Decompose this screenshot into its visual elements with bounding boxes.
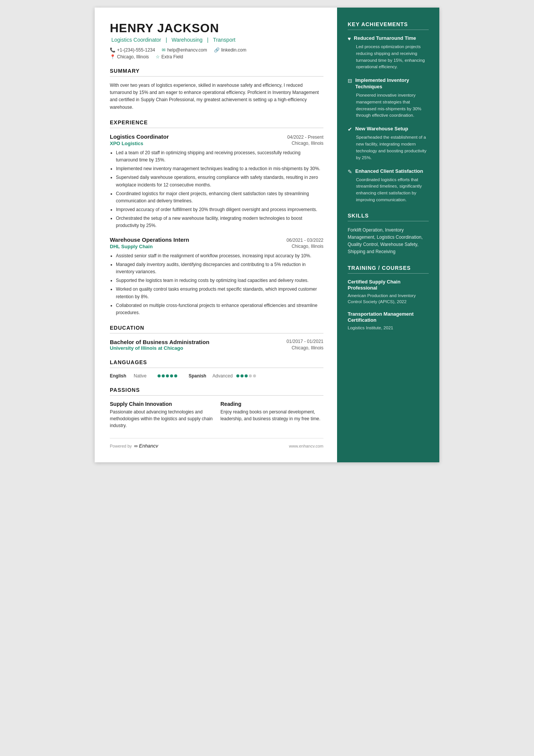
lang-level-spanish: Advanced	[212, 373, 233, 379]
job-1-header: Logistics Coordinator 04/2022 - Present	[110, 133, 323, 140]
dot	[174, 374, 177, 377]
job-2-subrow: DHL Supply Chain Chicago, Illinois	[110, 244, 323, 249]
bullet-item: Managed daily inventory audits, identify…	[116, 261, 323, 275]
summary-section: SUMMARY With over two years of logistics…	[110, 68, 323, 111]
job-1: Logistics Coordinator 04/2022 - Present …	[110, 133, 323, 230]
languages-section: LANGUAGES English Native Spanish Advanc	[110, 359, 323, 379]
experience-title: EXPERIENCE	[110, 119, 323, 128]
passion-2-text: Enjoy reading books on personal developm…	[220, 409, 323, 422]
passion-2: Reading Enjoy reading books on personal …	[220, 401, 323, 429]
linkedin-contact: 🔗 linkedin.com	[214, 47, 247, 53]
bullet-item: Supported the logistics team in reducing…	[116, 277, 323, 284]
achievement-4-header: ✎ Enhanced Client Satisfaction	[348, 168, 429, 175]
passion-1-text: Passionate about advancing technologies …	[110, 409, 213, 429]
achievements-title: KEY ACHIEVEMENTS	[348, 21, 429, 30]
achievement-1: ♥ Reduced Turnaround Time Led process op…	[348, 35, 429, 70]
achievement-2: ⊟ Implemented Inventory Techniques Pione…	[348, 77, 429, 119]
bullet-item: Supervised daily warehouse operations, e…	[116, 174, 323, 188]
lang-dots-spanish	[236, 374, 256, 377]
linkedin-value: linkedin.com	[221, 47, 247, 53]
language-spanish: Spanish Advanced	[189, 373, 256, 379]
footer-logo: Powered by ∞ Enhancv	[110, 443, 158, 449]
link-icon: 🔗	[214, 47, 220, 53]
achievement-2-text: Pioneered innovative inventory managemen…	[356, 92, 429, 119]
contact-row: 📞 +1-(234)-555-1234 ✉ help@enhancv.com 🔗…	[110, 47, 323, 53]
candidate-name: HENRY JACKSON	[110, 21, 323, 35]
pencil-icon: ✎	[348, 169, 352, 175]
heart-icon: ♥	[348, 36, 351, 42]
job-2-title: Warehouse Operations Intern	[110, 236, 189, 243]
training-title: TRAINING / COURSES	[348, 265, 429, 274]
lang-name-spanish: Spanish	[189, 373, 209, 379]
right-column: KEY ACHIEVEMENTS ♥ Reduced Turnaround Ti…	[337, 8, 439, 462]
edu-degree: Bachelor of Business Administration	[110, 339, 209, 345]
education-title: EDUCATION	[110, 325, 323, 333]
language-english: English Native	[110, 373, 177, 379]
job-1-dates: 04/2022 - Present	[287, 135, 323, 140]
achievement-3: ✔ New Warehouse Setup Spearheaded the es…	[348, 126, 429, 161]
job-1-company: XPO Logistics	[110, 141, 143, 146]
dot	[166, 374, 169, 377]
achievement-2-title: Implemented Inventory Techniques	[355, 77, 429, 90]
star-icon: ☆	[156, 54, 160, 59]
job-1-location: Chicago, Illinois	[292, 141, 323, 146]
bullet-item: Assisted senior staff in the realignment…	[116, 252, 323, 260]
passions-section: PASSIONS Supply Chain Innovation Passion…	[110, 387, 323, 429]
email-icon: ✉	[162, 47, 166, 53]
training-2: Transportation Management Certification …	[348, 311, 429, 331]
skills-section: SKILLS Forklift Operation, Inventory Man…	[348, 213, 429, 256]
job-1-subrow: XPO Logistics Chicago, Illinois	[110, 141, 323, 146]
email-value: help@enhancv.com	[167, 47, 207, 53]
bullet-item: Led a team of 20 staff in optimizing shi…	[116, 149, 323, 164]
achievement-1-header: ♥ Reduced Turnaround Time	[348, 35, 429, 42]
achievements-section: KEY ACHIEVEMENTS ♥ Reduced Turnaround Ti…	[348, 21, 429, 203]
languages-row: English Native Spanish Advanced	[110, 373, 323, 379]
bullet-item: Coordinated logistics for major client p…	[116, 190, 323, 205]
title-part-2: Warehousing	[172, 37, 203, 43]
achievement-2-header: ⊟ Implemented Inventory Techniques	[348, 77, 429, 90]
achievement-1-title: Reduced Turnaround Time	[354, 35, 416, 42]
footer: Powered by ∞ Enhancv www.enhancv.com	[110, 438, 323, 449]
resume-container: HENRY JACKSON Logistics Coordinator | Wa…	[95, 8, 439, 462]
passion-2-title: Reading	[220, 401, 323, 407]
bullet-item: Implemented new inventory management tec…	[116, 165, 323, 172]
dot	[245, 374, 248, 377]
education-entry-1: Bachelor of Business Administration 01/2…	[110, 339, 323, 351]
achievement-3-header: ✔ New Warehouse Setup	[348, 126, 429, 132]
dot	[170, 374, 173, 377]
title-part-3: Transport	[213, 37, 235, 43]
extra-value: Extra Field	[161, 54, 183, 59]
job-2-bullets: Assisted senior staff in the realignment…	[116, 252, 323, 317]
edu-school: University of Illinois at Chicago	[110, 345, 183, 351]
passions-title: PASSIONS	[110, 387, 323, 396]
achievement-1-text: Led process optimization projects reduci…	[356, 44, 429, 70]
passion-1: Supply Chain Innovation Passionate about…	[110, 401, 213, 429]
location-value: Chicago, Illinois	[117, 54, 149, 59]
job-2-location: Chicago, Illinois	[292, 244, 323, 249]
training-1-org: American Production and Inventory Contro…	[348, 293, 429, 305]
job-2-dates: 06/2021 - 03/2022	[287, 238, 323, 243]
flag-icon: ⊟	[348, 78, 352, 84]
edu-header: Bachelor of Business Administration 01/2…	[110, 339, 323, 345]
languages-title: LANGUAGES	[110, 359, 323, 368]
achievement-4-text: Coordinated logistics efforts that strea…	[356, 177, 429, 203]
dot	[236, 374, 239, 377]
achievement-3-text: Spearheaded the establishment of a new f…	[356, 134, 429, 161]
dot	[162, 374, 165, 377]
title-part-1: Logistics Coordinator	[111, 37, 161, 43]
training-2-org: Logistics Institute, 2021	[348, 325, 429, 331]
edu-subrow: University of Illinois at Chicago Chicag…	[110, 345, 323, 351]
extra-contact: ☆ Extra Field	[156, 54, 183, 59]
email-contact: ✉ help@enhancv.com	[162, 47, 207, 53]
footer-website: www.enhancv.com	[289, 444, 323, 448]
powered-by-label: Powered by	[110, 444, 132, 448]
training-2-title: Transportation Management Certification	[348, 311, 429, 324]
experience-section: EXPERIENCE Logistics Coordinator 04/2022…	[110, 119, 323, 316]
header: HENRY JACKSON Logistics Coordinator | Wa…	[110, 21, 323, 59]
phone-contact: 📞 +1-(234)-555-1234	[110, 47, 155, 53]
training-section: TRAINING / COURSES Certified Supply Chai…	[348, 265, 429, 331]
contact-row-2: 📍 Chicago, Illinois ☆ Extra Field	[110, 54, 323, 59]
achievement-4: ✎ Enhanced Client Satisfaction Coordinat…	[348, 168, 429, 203]
summary-text: With over two years of logistics experie…	[110, 82, 323, 111]
training-1: Certified Supply Chain Professional Amer…	[348, 279, 429, 305]
